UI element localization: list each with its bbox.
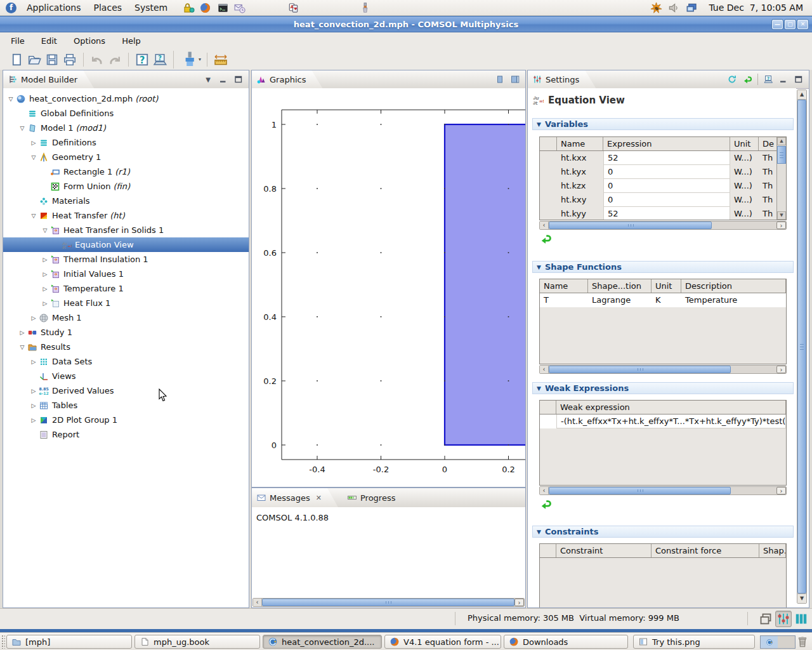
- collapse-toggle-icon[interactable]: ▽: [30, 154, 37, 161]
- table-vscrollbar[interactable]: ▲▼: [776, 137, 786, 220]
- workspace-2[interactable]: [778, 636, 795, 648]
- expand-toggle-icon[interactable]: ▷: [41, 286, 49, 292]
- scrollbar-thumb[interactable]: [777, 146, 786, 164]
- collapse-toggle-icon[interactable]: ▽: [18, 344, 26, 350]
- appearance-button[interactable]: ▾: [180, 52, 201, 67]
- collapse-toggle-icon[interactable]: ▽: [41, 227, 49, 234]
- tree-item-thermal-insulation-1[interactable]: ▷Thermal Insulation 1: [3, 252, 249, 267]
- scroll-left-icon[interactable]: ‹: [540, 487, 549, 494]
- maximize-panel-icon[interactable]: [495, 74, 505, 84]
- taskbar-button-heat-convection-2d[interactable]: heat_convection_2d....: [263, 635, 382, 649]
- tree-item-heat-transfer-in-solids-1[interactable]: ▽Heat Transfer in Solids 1: [3, 223, 249, 237]
- tree-item-materials[interactable]: Materials: [3, 194, 249, 208]
- section-shape-functions[interactable]: ▼ Shape Functions: [532, 261, 794, 273]
- update-alert-icon[interactable]: [650, 2, 662, 14]
- tree-item-heat-flux-1[interactable]: ▷Heat Flux 1: [3, 296, 249, 310]
- clock[interactable]: Tue Dec 7, 10:05 AM: [704, 3, 808, 13]
- close-button[interactable]: ✕: [797, 20, 808, 29]
- settings-toggle-button[interactable]: [775, 611, 792, 627]
- cell-expression[interactable]: 52: [603, 207, 730, 220]
- close-icon[interactable]: ✕: [316, 494, 322, 502]
- section-weak-expressions[interactable]: ▼ Weak Expressions: [532, 382, 794, 394]
- tree-item-2d-plot-group-1[interactable]: ▷2D Plot Group 1: [3, 413, 249, 427]
- menu-file[interactable]: File: [3, 34, 33, 48]
- scroll-left-icon[interactable]: ‹: [540, 366, 549, 373]
- scroll-up-icon[interactable]: ▲: [797, 90, 806, 100]
- tree-item-global-definitions[interactable]: Global Definitions: [3, 106, 249, 121]
- variables-hscrollbar[interactable]: ‹ ›: [539, 221, 787, 230]
- tree-item-definitions[interactable]: ▷Definitions: [3, 135, 249, 150]
- undo-button[interactable]: [89, 52, 105, 67]
- table-row[interactable]: -(ht.k_effxx*Tx+ht.k_effxy*T...*Tx+ht.k_…: [540, 415, 786, 428]
- new-file-button[interactable]: [9, 52, 24, 67]
- graphics-tab[interactable]: Graphics: [252, 70, 322, 88]
- menu-places[interactable]: Places: [88, 0, 129, 15]
- scroll-left-icon[interactable]: ‹: [253, 599, 262, 606]
- tree-item-equation-view[interactable]: ∂u∂t=fEquation View: [3, 237, 249, 252]
- scrollbar-thumb[interactable]: [549, 366, 731, 373]
- firefox-icon[interactable]: [199, 2, 211, 14]
- table-row[interactable]: ht.kzx0W...)Th: [540, 179, 786, 193]
- expand-toggle-icon[interactable]: ▷: [30, 315, 37, 321]
- help-button[interactable]: ?: [134, 52, 150, 67]
- scroll-left-icon[interactable]: ‹: [540, 222, 549, 229]
- terminal-icon[interactable]: [217, 2, 229, 14]
- taskbar-button-downloads[interactable]: Downloads: [504, 635, 628, 649]
- taskbar-button-mph-ug-book[interactable]: mph_ug.book: [134, 635, 260, 649]
- section-constraints[interactable]: ▼ Constraints: [532, 526, 794, 538]
- cards-icon[interactable]: A♥: [287, 2, 299, 14]
- scrollbar-thumb[interactable]: [797, 100, 806, 594]
- taskbar-button-try-this-png[interactable]: Try this.png: [633, 635, 755, 649]
- minimize-panel-icon[interactable]: [218, 74, 228, 84]
- revert-icon[interactable]: [742, 74, 752, 84]
- tree-item-tables[interactable]: ▷Tables: [3, 398, 249, 413]
- cell-weak-expression[interactable]: -(ht.k_effxx*Tx+ht.k_effxy*T...*Tx+ht.k_…: [556, 415, 786, 428]
- help-doc-icon[interactable]: ?: [763, 74, 773, 84]
- cell-expression[interactable]: 0: [603, 193, 730, 207]
- scroll-right-icon[interactable]: ›: [776, 487, 786, 494]
- revert-weak-icon[interactable]: [539, 498, 552, 510]
- messages-hscrollbar[interactable]: ‹ ›: [252, 598, 525, 607]
- model-builder-tab[interactable]: Model Builder: [3, 70, 94, 88]
- scroll-down-icon[interactable]: ▼: [777, 211, 786, 220]
- maximize-button[interactable]: ▢: [785, 20, 796, 29]
- collapse-toggle-icon[interactable]: ▽: [30, 213, 37, 219]
- volume-icon[interactable]: [668, 2, 680, 14]
- minimize-button[interactable]: —: [772, 20, 783, 29]
- tree-item-views[interactable]: Views: [3, 369, 249, 383]
- expand-toggle-icon[interactable]: ▷: [41, 300, 49, 307]
- minimize-panel-icon[interactable]: [778, 74, 789, 84]
- keyring-icon[interactable]: [183, 2, 195, 14]
- menu-help[interactable]: Help: [114, 34, 149, 48]
- scrollbar-thumb[interactable]: [549, 222, 712, 229]
- scrollbar-thumb[interactable]: [549, 487, 731, 494]
- tree-item-data-sets[interactable]: ▷Data Sets: [3, 354, 249, 369]
- collapse-toggle-icon[interactable]: ▽: [7, 96, 15, 102]
- section-variables[interactable]: ▼ Variables: [532, 118, 794, 130]
- plot-canvas[interactable]: 10.80.60.40.20-0.4-0.200.2: [252, 88, 525, 487]
- tree-item-study-1[interactable]: ▷Study 1: [3, 325, 249, 340]
- tab-messages[interactable]: Messages ✕: [252, 488, 338, 507]
- taskbar-handle[interactable]: [1, 635, 5, 649]
- menu-system[interactable]: System: [128, 0, 174, 15]
- row-selector[interactable]: [540, 415, 556, 428]
- shape-hscrollbar[interactable]: ‹ ›: [539, 365, 787, 374]
- expand-toggle-icon[interactable]: ▷: [30, 388, 37, 394]
- menu-applications[interactable]: Applications: [20, 0, 88, 15]
- tree-item-temperature-1[interactable]: ▷Temperature 1: [3, 281, 249, 296]
- maximize-panel-icon[interactable]: [794, 74, 804, 84]
- tree-item-rectangle-1[interactable]: Rectangle 1(r1): [3, 164, 249, 179]
- print-button[interactable]: [62, 52, 77, 67]
- redo-button[interactable]: [107, 52, 122, 67]
- menu-options[interactable]: Options: [65, 34, 114, 48]
- refresh-icon[interactable]: [727, 74, 737, 84]
- expand-toggle-icon[interactable]: ▷: [30, 140, 37, 146]
- expand-toggle-icon[interactable]: ▷: [30, 359, 37, 365]
- tree-item-heat-transfer[interactable]: ▽Heat Transfer(ht): [3, 208, 249, 223]
- row-selector[interactable]: [540, 179, 557, 193]
- row-selector[interactable]: [540, 207, 557, 220]
- workspace-1[interactable]: [761, 636, 778, 648]
- tree-item-heat-convection-2d-mph[interactable]: ▽heat_convection_2d.mph(root): [3, 91, 249, 106]
- row-selector[interactable]: [540, 165, 557, 179]
- tab-progress[interactable]: Progress: [338, 488, 404, 507]
